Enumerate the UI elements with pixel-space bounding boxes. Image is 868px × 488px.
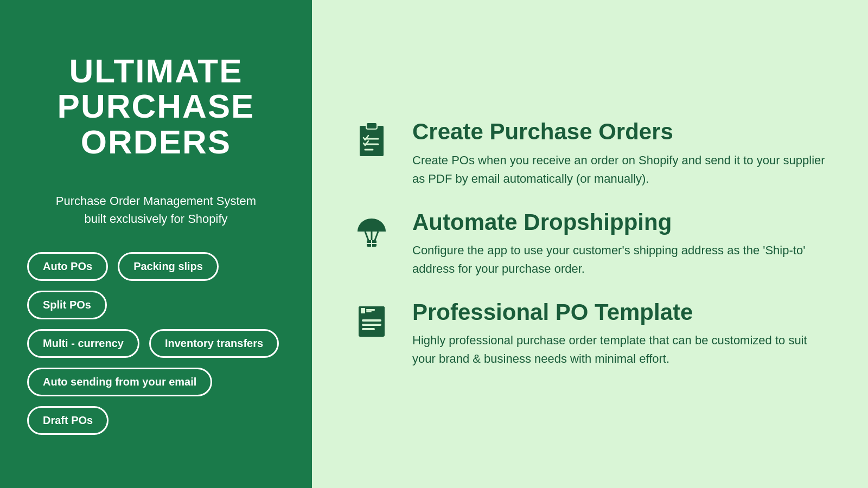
svg-line-8 [365,232,368,240]
app-title: ULTIMATE PURCHASE ORDERS [27,53,285,159]
tag-draft-pos[interactable]: Draft POs [27,406,108,435]
svg-rect-2 [360,126,384,156]
tag-auto-pos[interactable]: Auto POs [27,252,108,281]
svg-line-9 [375,232,378,240]
tags-row-1: Auto POs Packing slips Split POs [27,252,285,319]
tags-row-3: Auto sending from your email Draft POs [27,368,285,435]
right-panel: Create Purchase Orders Create POs when y… [312,0,868,488]
svg-rect-19 [361,308,365,313]
tag-inventory-transfers[interactable]: Inventory transfers [149,329,279,358]
feature-template: Professional PO Template Highly professi… [350,300,830,368]
subtitle-line1: Purchase Order Management System [56,194,256,208]
tags-container: Auto POs Packing slips Split POs Multi -… [27,252,285,435]
feature-create-po: Create Purchase Orders Create POs when y… [350,119,830,188]
svg-rect-17 [362,324,381,326]
feature-create-po-title: Create Purchase Orders [412,119,830,144]
svg-rect-18 [362,328,375,330]
feature-template-desc: Highly professional purchase order templ… [412,331,830,368]
feature-template-content: Professional PO Template Highly professi… [412,300,830,368]
tag-split-pos[interactable]: Split POs [27,291,107,319]
feature-create-po-content: Create Purchase Orders Create POs when y… [412,119,830,188]
tag-packing-slips[interactable]: Packing slips [118,252,219,281]
tags-row-2: Multi - currency Inventory transfers [27,329,279,358]
svg-rect-16 [362,319,381,322]
feature-dropshipping-desc: Configure the app to use your customer's… [412,241,830,278]
tag-auto-sending[interactable]: Auto sending from your email [27,368,212,396]
feature-dropshipping-title: Automate Dropshipping [412,210,830,235]
subtitle-line2: built exclusively for Shopify [84,212,227,226]
tag-multi-currency[interactable]: Multi - currency [27,329,139,358]
feature-dropshipping: Automate Dropshipping Configure the app … [350,210,830,278]
feature-dropshipping-content: Automate Dropshipping Configure the app … [412,210,830,278]
feature-create-po-desc: Create POs when you receive an order on … [412,151,830,188]
feature-template-title: Professional PO Template [412,300,830,325]
svg-rect-3 [366,123,377,129]
dropshipping-icon [350,210,393,253]
template-icon [350,300,393,343]
svg-rect-20 [366,309,375,311]
left-panel: ULTIMATE PURCHASE ORDERS Purchase Order … [0,0,312,488]
purchase-orders-icon [350,119,393,163]
app-subtitle: Purchase Order Management System built e… [56,192,256,228]
svg-rect-21 [366,311,372,312]
